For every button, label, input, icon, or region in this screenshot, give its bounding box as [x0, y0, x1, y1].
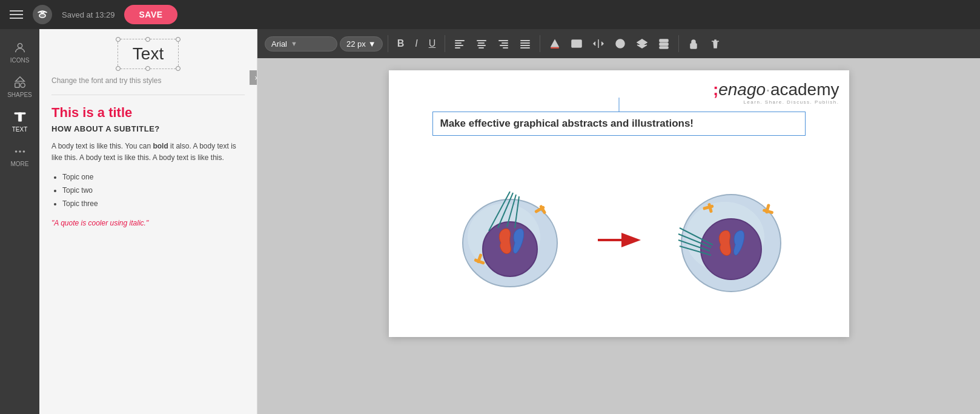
- svg-point-9: [22, 150, 25, 153]
- panel-hint: Change the font and try this styles: [39, 74, 257, 95]
- arrow-svg: [595, 231, 643, 249]
- list-item: Topic one: [62, 171, 245, 184]
- underline-button[interactable]: U: [425, 35, 440, 52]
- slide-text-selection[interactable]: Make effective graphical abstracts and i…: [432, 112, 806, 136]
- svg-rect-13: [455, 47, 460, 48]
- sidebar-item-icons[interactable]: ICONS: [2, 36, 38, 68]
- svg-rect-32: [660, 43, 668, 45]
- align-right-button[interactable]: [494, 35, 513, 52]
- slide-main-text: Make effective graphical abstracts and i…: [433, 112, 805, 135]
- svg-rect-27: [572, 40, 581, 47]
- handle-bl[interactable]: [116, 66, 121, 71]
- svg-rect-25: [520, 47, 530, 48]
- svg-rect-12: [455, 45, 463, 46]
- save-button[interactable]: SAVE: [124, 5, 177, 24]
- svg-rect-20: [500, 45, 508, 46]
- svg-rect-11: [455, 42, 462, 44]
- svg-rect-21: [503, 47, 508, 48]
- style-quote-example[interactable]: "A quote is cooler using italic.": [51, 219, 245, 227]
- logo-dot: ·: [766, 80, 770, 99]
- svg-rect-19: [502, 42, 508, 44]
- topbar: Saved at 13:29 SAVE: [0, 0, 980, 29]
- svg-marker-30: [637, 39, 647, 45]
- svg-rect-2: [15, 83, 19, 87]
- svg-point-8: [19, 150, 21, 153]
- list-item: Topic two: [62, 184, 245, 198]
- canvas-area: Arial ▼ 22 px ▼ B I U: [257, 29, 980, 414]
- svg-rect-15: [478, 42, 485, 44]
- logo-enago: enago: [718, 80, 766, 99]
- text-preview-label: Text: [133, 44, 164, 63]
- logo-academy: academy: [770, 80, 839, 99]
- style-subtitle-example[interactable]: HOW ABOUT A SUBTITLE?: [51, 124, 245, 133]
- cell-left-svg: [449, 179, 571, 301]
- lock-button[interactable]: [684, 35, 703, 52]
- text-preview-area: Text: [39, 29, 257, 74]
- slide-logo: ; enago · academy Learn. Share. Discuss.…: [713, 80, 839, 105]
- shape-button[interactable]: [611, 35, 630, 52]
- handle-tc[interactable]: [145, 37, 150, 42]
- panel-close-button[interactable]: ×: [250, 70, 257, 85]
- toolbar-separator-3: [540, 35, 540, 52]
- flip-button[interactable]: [589, 35, 608, 52]
- slide: ; enago · academy Learn. Share. Discuss.…: [389, 70, 849, 337]
- logo-colon: ;: [713, 80, 718, 99]
- app-logo: [33, 5, 52, 24]
- menu-button[interactable]: [10, 10, 23, 19]
- body-bold: bold: [153, 142, 168, 150]
- svg-rect-31: [660, 39, 668, 42]
- style-title-example[interactable]: This is a title: [51, 105, 245, 121]
- svg-rect-10: [455, 40, 465, 41]
- align-center-button[interactable]: [472, 35, 491, 52]
- toolbar-separator-1: [388, 35, 388, 52]
- handle-tl[interactable]: [116, 37, 121, 42]
- layers-button[interactable]: [632, 35, 652, 52]
- sidebar-item-more[interactable]: MORE: [2, 140, 38, 172]
- svg-rect-17: [478, 47, 484, 48]
- handle-tr[interactable]: [176, 37, 180, 42]
- font-size-select[interactable]: 22 px ▼: [340, 36, 383, 52]
- sidebar-label-shapes: SHAPES: [7, 92, 32, 98]
- font-family-select[interactable]: Arial ▼: [265, 36, 337, 52]
- svg-rect-26: [551, 47, 559, 48]
- handle-bc[interactable]: [145, 66, 150, 71]
- sidebar-item-text[interactable]: TEXT: [2, 105, 38, 138]
- style-list-example: Topic one Topic two Topic three: [62, 171, 245, 210]
- svg-point-1: [18, 44, 22, 48]
- svg-point-0: [39, 13, 45, 18]
- text-panel: × Text Change the font and try this styl…: [39, 29, 257, 414]
- font-size-label: 22 px: [346, 39, 366, 48]
- font-chevron-icon: ▼: [291, 40, 297, 47]
- svg-point-50: [701, 219, 761, 279]
- align-justify-button[interactable]: [515, 35, 535, 52]
- color-fill-button[interactable]: [545, 35, 564, 52]
- text-toolbar: Arial ▼ 22 px ▼ B I U: [257, 29, 980, 58]
- stack-button[interactable]: [654, 35, 674, 52]
- slide-diagram: [419, 155, 819, 325]
- size-chevron-icon: ▼: [368, 39, 376, 48]
- align-left-button[interactable]: [450, 35, 469, 52]
- logo-tagline: Learn. Share. Discuss. Publish.: [713, 99, 839, 105]
- svg-rect-23: [520, 42, 530, 44]
- sidebar-label-text: TEXT: [12, 126, 28, 133]
- text-preview-box[interactable]: Text: [118, 39, 179, 69]
- handle-br[interactable]: [176, 66, 180, 71]
- svg-rect-18: [498, 40, 508, 41]
- canvas-scroll[interactable]: ; enago · academy Learn. Share. Discuss.…: [257, 58, 980, 414]
- svg-rect-34: [690, 44, 697, 48]
- sidebar-item-shapes[interactable]: SHAPES: [2, 71, 38, 103]
- delete-button[interactable]: [706, 35, 725, 52]
- list-item: Topic three: [62, 198, 245, 211]
- panel-styles: This is a title HOW ABOUT A SUBTITLE? A …: [39, 105, 257, 239]
- sidebar: ICONS SHAPES TEXT MORE: [0, 29, 39, 414]
- svg-rect-24: [520, 45, 530, 46]
- insert-image-button[interactable]: [567, 35, 586, 52]
- italic-button[interactable]: I: [411, 35, 422, 52]
- toolbar-separator-2: [445, 35, 445, 52]
- svg-rect-22: [520, 40, 530, 41]
- svg-rect-16: [477, 45, 486, 46]
- style-body-example: A body text is like this. You can bold i…: [51, 141, 245, 164]
- svg-rect-6: [18, 113, 22, 122]
- panel-divider: [51, 95, 245, 95]
- bold-button[interactable]: B: [393, 35, 409, 52]
